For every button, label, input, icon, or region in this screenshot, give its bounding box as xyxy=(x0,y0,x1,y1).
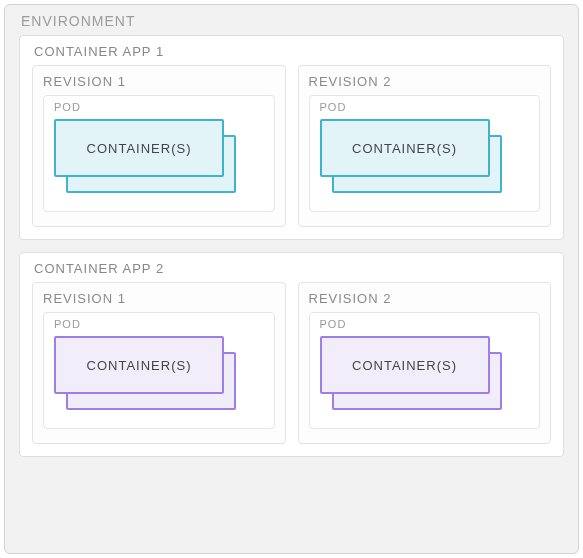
pod-box: POD CONTAINER(S) xyxy=(309,312,541,429)
pod-box: POD CONTAINER(S) xyxy=(309,95,541,212)
revision-label: REVISION 2 xyxy=(309,289,541,312)
app2-revision-2: REVISION 2 POD CONTAINER(S) xyxy=(298,282,552,444)
container-box-front: CONTAINER(S) xyxy=(320,336,490,394)
container-app-2: CONTAINER APP 2 REVISION 1 POD CONTAINER… xyxy=(19,252,564,457)
container-label: CONTAINER(S) xyxy=(352,141,457,156)
container-box-front: CONTAINER(S) xyxy=(54,336,224,394)
pod-label: POD xyxy=(54,317,264,336)
container-stack: CONTAINER(S) xyxy=(320,336,530,412)
pod-label: POD xyxy=(320,317,530,336)
pod-label: POD xyxy=(54,100,264,119)
container-stack: CONTAINER(S) xyxy=(54,119,264,195)
pod-box: POD CONTAINER(S) xyxy=(43,95,275,212)
container-app-1-label: CONTAINER APP 1 xyxy=(32,42,551,65)
revision-label: REVISION 1 xyxy=(43,72,275,95)
container-label: CONTAINER(S) xyxy=(352,358,457,373)
environment-box: ENVIRONMENT CONTAINER APP 1 REVISION 1 P… xyxy=(4,4,579,554)
app1-revision-1: REVISION 1 POD CONTAINER(S) xyxy=(32,65,286,227)
app1-revision-2: REVISION 2 POD CONTAINER(S) xyxy=(298,65,552,227)
container-app-1: CONTAINER APP 1 REVISION 1 POD CONTAINER… xyxy=(19,35,564,240)
container-stack: CONTAINER(S) xyxy=(54,336,264,412)
revision-label: REVISION 2 xyxy=(309,72,541,95)
revision-label: REVISION 1 xyxy=(43,289,275,312)
container-box-front: CONTAINER(S) xyxy=(320,119,490,177)
app2-revision-1: REVISION 1 POD CONTAINER(S) xyxy=(32,282,286,444)
container-label: CONTAINER(S) xyxy=(87,141,192,156)
container-stack: CONTAINER(S) xyxy=(320,119,530,195)
container-app-2-label: CONTAINER APP 2 xyxy=(32,259,551,282)
pod-label: POD xyxy=(320,100,530,119)
container-box-front: CONTAINER(S) xyxy=(54,119,224,177)
environment-label: ENVIRONMENT xyxy=(19,11,564,35)
pod-box: POD CONTAINER(S) xyxy=(43,312,275,429)
container-label: CONTAINER(S) xyxy=(87,358,192,373)
